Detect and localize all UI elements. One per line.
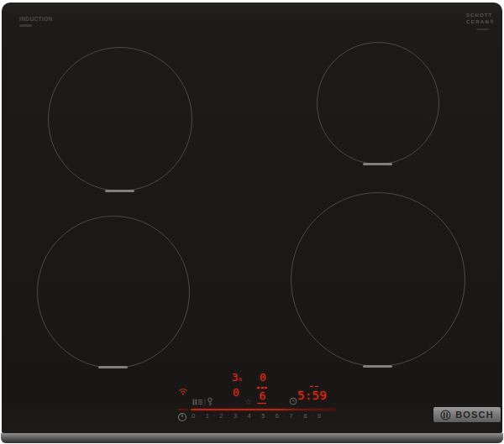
slider-digit[interactable]: 8 — [303, 413, 307, 420]
slider-level-line-stub — [177, 409, 188, 410]
power-display-front-right[interactable]: 6 — [255, 390, 270, 401]
zone-marker-back-left — [105, 190, 134, 192]
slider-digit[interactable]: 2 — [219, 413, 223, 420]
slider-digit[interactable]: 1 — [206, 413, 209, 420]
star-icon: ☆ — [244, 398, 252, 406]
induction-label: INDUCTION — [19, 16, 53, 22]
slider-separator: · — [213, 413, 215, 419]
clock-icon[interactable] — [289, 397, 297, 405]
zone-selected-indicator — [257, 387, 267, 389]
wifi-icon — [178, 387, 188, 396]
slider-digit[interactable]: 3 — [234, 413, 237, 420]
zone-marker-front-right — [363, 365, 392, 368]
bosch-symbol-icon — [440, 410, 451, 420]
power-value-back-right: 0 — [260, 372, 266, 383]
slider-digit[interactable]: 7 — [289, 413, 292, 420]
slider-separator: · — [297, 413, 299, 419]
power-suffix-back-left: s — [239, 377, 242, 383]
slider-separator: · — [269, 413, 270, 419]
slider-separator: · — [228, 413, 229, 419]
power-value-front-right: 6 — [260, 390, 266, 401]
bosch-logo-text: BOSCH — [455, 410, 494, 420]
cooking-zone-back-left — [48, 47, 192, 191]
power-value-front-left: 0 — [233, 387, 239, 398]
power-display-back-right[interactable]: 0 — [256, 372, 270, 383]
timer-display[interactable]: 5:59 — [297, 389, 327, 402]
slider-digit[interactable]: 6 — [276, 413, 279, 420]
cooking-zone-front-right — [291, 192, 465, 367]
power-icon[interactable] — [177, 412, 187, 422]
power-value-back-left: 3 — [232, 372, 239, 383]
cooktop-product-photo: INDUCTION SCHOTT CERAN® 3s 0 — [0, 0, 504, 444]
slider-separator: · — [255, 413, 257, 419]
schott-logo-line2: CERAN® — [466, 19, 495, 24]
zone-selected-underline — [257, 403, 266, 405]
schott-logo-line1: SCHOTT — [466, 13, 495, 18]
pause-and-childlock-icons[interactable] — [192, 397, 215, 407]
power-display-back-left[interactable]: 3s — [228, 372, 245, 383]
slider-digit[interactable]: 0 — [192, 413, 195, 420]
zone-marker-front-left — [98, 366, 128, 368]
slider-separator: · — [311, 413, 312, 419]
zone-marker-back-right — [363, 163, 392, 165]
power-slider[interactable]: 0·1·2·3·4·5·6·7·8·9 — [192, 413, 321, 420]
schott-ceran-logo: SCHOTT CERAN® — [466, 13, 495, 24]
cooking-zone-front-left — [37, 216, 190, 368]
cooking-zone-back-right — [317, 42, 439, 165]
model-number-text — [19, 24, 32, 27]
slider-digit[interactable]: 5 — [261, 413, 265, 420]
slider-digit[interactable]: 4 — [248, 413, 251, 420]
slider-separator: · — [283, 413, 285, 419]
slider-separator: · — [241, 413, 243, 419]
front-metal-trim — [1, 433, 503, 443]
schott-tagline-text — [476, 29, 489, 30]
slider-separator: · — [199, 413, 201, 419]
timer-active-indicator — [310, 386, 318, 388]
power-display-front-left[interactable]: 0 — [229, 387, 243, 398]
slider-digit[interactable]: 9 — [318, 413, 321, 420]
bosch-badge: BOSCH — [433, 407, 501, 422]
